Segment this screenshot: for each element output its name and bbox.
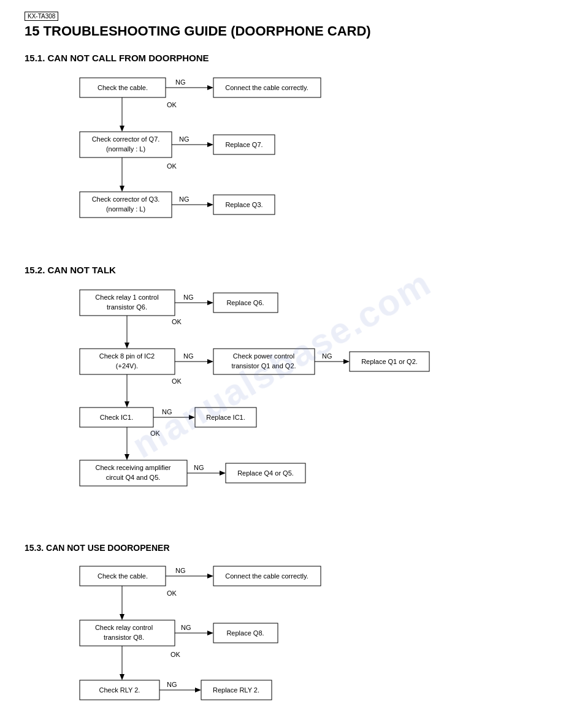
svg-text:Check corrector of Q7.: Check corrector of Q7. — [92, 135, 160, 143]
svg-text:(normally : L): (normally : L) — [106, 205, 145, 213]
svg-marker-44 — [207, 359, 213, 364]
svg-marker-20 — [120, 186, 124, 192]
svg-marker-9 — [120, 126, 124, 132]
svg-text:NG: NG — [322, 352, 332, 360]
svg-marker-39 — [124, 343, 129, 349]
svg-text:OK: OK — [167, 162, 177, 170]
svg-text:Check relay 1 control: Check relay 1 control — [95, 294, 158, 301]
svg-marker-89 — [207, 631, 213, 635]
section-15-3-title: 15.3. CAN NOT USE DOOROPENER — [25, 543, 538, 553]
svg-marker-66 — [124, 454, 129, 460]
svg-text:(+24V).: (+24V). — [116, 362, 138, 370]
svg-text:Connect the cable correctly.: Connect the cable correctly. — [225, 572, 308, 580]
svg-text:Replace Q8.: Replace Q8. — [226, 629, 264, 637]
svg-text:OK: OK — [167, 590, 177, 597]
svg-text:NG: NG — [194, 464, 204, 471]
svg-text:transistor Q1 and Q2.: transistor Q1 and Q2. — [231, 362, 296, 370]
svg-text:circuit Q4 and Q5.: circuit Q4 and Q5. — [106, 474, 161, 481]
svg-marker-95 — [120, 674, 124, 680]
section-15-1-title: 15.1. CAN NOT CALL FROM DOORPHONE — [25, 53, 538, 63]
svg-text:Check corrector of Q3.: Check corrector of Q3. — [92, 195, 160, 203]
svg-text:NG: NG — [183, 294, 194, 301]
svg-text:NG: NG — [179, 135, 190, 143]
svg-text:OK: OK — [172, 377, 182, 385]
svg-text:Check the cable.: Check the cable. — [98, 572, 148, 580]
svg-text:OK: OK — [150, 430, 161, 437]
svg-text:NG: NG — [183, 352, 194, 360]
svg-text:Check receiving amplifier: Check receiving amplifier — [96, 464, 171, 471]
svg-text:Replace RLY 2.: Replace RLY 2. — [213, 686, 259, 694]
svg-text:NG: NG — [167, 681, 177, 688]
svg-marker-25 — [207, 202, 213, 207]
svg-text:OK: OK — [167, 101, 177, 108]
flowchart-15-3: Check the cable. NG Connect the cable co… — [74, 560, 491, 728]
svg-marker-99 — [195, 688, 201, 692]
svg-text:Replace Q7.: Replace Q7. — [225, 141, 262, 148]
svg-text:Replace Q3.: Replace Q3. — [225, 201, 262, 208]
svg-text:Replace IC1.: Replace IC1. — [206, 414, 245, 421]
svg-marker-14 — [207, 142, 213, 147]
svg-text:(normally : L): (normally : L) — [106, 145, 145, 153]
svg-text:OK: OK — [170, 651, 181, 658]
model-tag: KX-TA308 — [25, 12, 58, 21]
svg-text:Replace Q4 or Q5.: Replace Q4 or Q5. — [237, 469, 294, 477]
svg-marker-56 — [124, 401, 129, 408]
flowchart-15-1: Check the cable. NG Connect the cable co… — [74, 72, 491, 249]
svg-text:transistor Q6.: transistor Q6. — [107, 303, 147, 311]
svg-text:transistor Q8.: transistor Q8. — [104, 634, 144, 641]
svg-text:NG: NG — [175, 567, 186, 574]
svg-marker-33 — [207, 300, 213, 305]
svg-text:NG: NG — [181, 624, 191, 631]
svg-marker-60 — [189, 415, 195, 420]
svg-text:Check IC1.: Check IC1. — [100, 414, 133, 421]
svg-text:Check the cable.: Check the cable. — [98, 84, 148, 91]
svg-text:Connect the cable correctly.: Connect the cable correctly. — [225, 84, 308, 91]
svg-text:Replace Q1 or Q2.: Replace Q1 or Q2. — [361, 358, 418, 365]
svg-text:Check relay control: Check relay control — [95, 624, 153, 631]
svg-marker-3 — [207, 85, 213, 90]
flowchart-15-2: Check relay 1 control transistor Q6. NG … — [74, 284, 527, 529]
svg-text:NG: NG — [179, 195, 190, 203]
svg-text:Replace Q6.: Replace Q6. — [226, 299, 264, 306]
svg-text:NG: NG — [175, 78, 186, 86]
svg-text:NG: NG — [162, 408, 172, 415]
svg-marker-50 — [343, 359, 350, 364]
svg-text:Check power control: Check power control — [233, 352, 294, 360]
page-title: 15 TROUBLESHOOTING GUIDE (DOORPHONE CARD… — [25, 23, 538, 39]
svg-marker-84 — [120, 614, 124, 620]
svg-marker-71 — [220, 471, 226, 476]
svg-text:Check RLY 2.: Check RLY 2. — [99, 686, 140, 694]
svg-marker-78 — [207, 574, 213, 578]
svg-text:Check 8 pin of IC2: Check 8 pin of IC2 — [99, 352, 155, 360]
svg-text:OK: OK — [172, 318, 182, 325]
section-15-2-title: 15.2. CAN NOT TALK — [25, 265, 538, 275]
